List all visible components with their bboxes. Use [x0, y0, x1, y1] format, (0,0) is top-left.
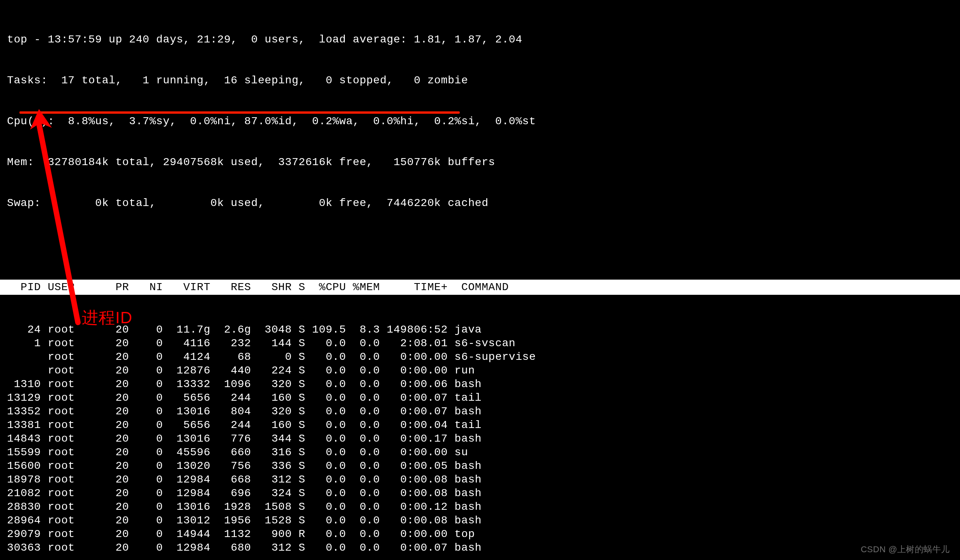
blank-line: [7, 237, 953, 251]
process-table-body: 24 root 20 0 11.7g 2.6g 3048 S 109.5 8.3…: [7, 323, 953, 555]
process-row: 13129 root 20 0 5656 244 160 S 0.0 0.0 0…: [7, 391, 953, 405]
process-row: 30363 root 20 0 12984 680 312 S 0.0 0.0 …: [7, 541, 953, 555]
terminal-output: top - 13:57:59 up 240 days, 21:29, 0 use…: [0, 0, 960, 560]
summary-line-2: Tasks: 17 total, 1 running, 16 sleeping,…: [7, 74, 953, 87]
process-row: root 20 0 12876 440 224 S 0.0 0.0 0:00.0…: [7, 364, 953, 377]
process-row: 28830 root 20 0 13016 1928 1508 S 0.0 0.…: [7, 500, 953, 514]
summary-line-1: top - 13:57:59 up 240 days, 21:29, 0 use…: [7, 33, 953, 46]
summary-line-3: Cpu(s): 8.8%us, 3.7%sy, 0.0%ni, 87.0%id,…: [7, 114, 953, 128]
process-row: 15599 root 20 0 45596 660 316 S 0.0 0.0 …: [7, 446, 953, 459]
process-row: 1 root 20 0 4116 232 144 S 0.0 0.0 2:08.…: [7, 336, 953, 350]
process-row: 14843 root 20 0 13016 776 344 S 0.0 0.0 …: [7, 432, 953, 446]
highlight-underline: [19, 111, 460, 114]
process-row: 13381 root 20 0 5656 244 160 S 0.0 0.0 0…: [7, 418, 953, 432]
summary-line-4: Mem: 32780184k total, 29407568k used, 33…: [7, 155, 953, 169]
process-row: 15600 root 20 0 13020 756 336 S 0.0 0.0 …: [7, 459, 953, 473]
process-row: 13352 root 20 0 13016 804 320 S 0.0 0.0 …: [7, 405, 953, 418]
process-table-header: PID USER PR NI VIRT RES SHR S %CPU %MEM …: [0, 280, 960, 295]
process-row: root 20 0 4124 68 0 S 0.0 0.0 0:00.00 s6…: [7, 350, 953, 364]
summary-line-5: Swap: 0k total, 0k used, 0k free, 744622…: [7, 196, 953, 210]
watermark-text: CSDN @上树的蜗牛儿: [861, 544, 950, 555]
process-row: 29079 root 20 0 14944 1132 900 R 0.0 0.0…: [7, 527, 953, 541]
process-row: 18978 root 20 0 12984 668 312 S 0.0 0.0 …: [7, 473, 953, 486]
process-row: 24 root 20 0 11.7g 2.6g 3048 S 109.5 8.3…: [7, 323, 953, 336]
process-row: 1310 root 20 0 13332 1096 320 S 0.0 0.0 …: [7, 377, 953, 391]
process-row: 28964 root 20 0 13012 1956 1528 S 0.0 0.…: [7, 514, 953, 527]
process-row: 21082 root 20 0 12984 696 324 S 0.0 0.0 …: [7, 486, 953, 500]
